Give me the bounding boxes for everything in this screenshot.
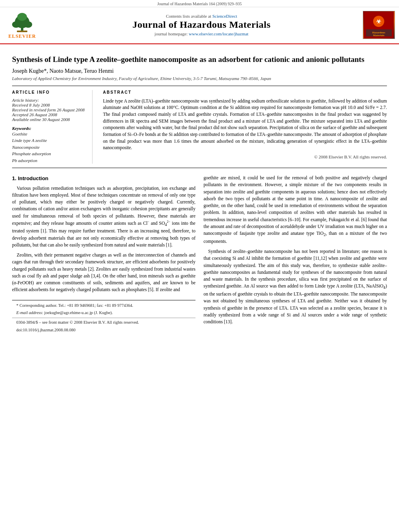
article-affiliation: Laboratory of Applied Chemistry for Envi… xyxy=(12,76,387,81)
text-column-right: goethite are mixed, it could be used for… xyxy=(204,175,387,335)
svg-point-3 xyxy=(24,21,32,28)
contents-available: Contents lists available at ScienceDirec… xyxy=(40,14,363,18)
abstract-heading: ABSTRACT xyxy=(103,90,387,94)
revised-date: Received in revised form 26 August 2008 xyxy=(12,107,86,112)
journal-top-bar: Journal of Hazardous Materials 164 (2009… xyxy=(0,0,399,7)
svg-rect-5 xyxy=(17,31,27,32)
sciencedirect-link[interactable]: ScienceDirect xyxy=(212,14,237,18)
journal-header: Journal of Hazardous Materials 164 (2009… xyxy=(0,0,399,44)
journal-cover-image: ☣ Hazardous Materials xyxy=(363,11,395,39)
svg-text:☣: ☣ xyxy=(376,18,381,25)
footnote-doi: doi:10.1016/j.jhazmat.2008.08.080 xyxy=(12,327,195,333)
elsevier-text: ELSEVIER xyxy=(8,33,36,39)
available-date: Available online 30 August 2008 xyxy=(12,117,86,122)
copyright-line: © 2008 Elsevier B.V. All rights reserved… xyxy=(103,154,387,159)
keywords-section: Keywords: Goethite Linde type A zeolite … xyxy=(12,126,86,164)
article-info-column: ARTICLE INFO Article history: Received 8… xyxy=(12,90,93,164)
footnote-issn: 0304-3894/$ – see front matter © 2008 El… xyxy=(12,320,195,326)
journal-name-center: Contents lists available at ScienceDirec… xyxy=(40,14,363,36)
accepted-date: Accepted 26 August 2008 xyxy=(12,112,86,117)
keyword-1: Goethite xyxy=(12,131,86,138)
main-text-columns: 1. Introduction Various pollution remedi… xyxy=(12,175,387,335)
keyword-3: Nanocomposite xyxy=(12,144,86,151)
history-label: Article history: xyxy=(12,98,86,103)
keyword-2: Linde type A zeolite xyxy=(12,137,86,144)
text-column-left: 1. Introduction Various pollution remedi… xyxy=(12,175,195,335)
keyword-5: Pb adsorption xyxy=(12,157,86,164)
footnote-email: E-mail address: joekugbe@agr.ehime-u.ac.… xyxy=(12,310,195,316)
keyword-4: Phosphate adsorption xyxy=(12,150,86,157)
svg-text:Materials: Materials xyxy=(373,34,385,37)
article-body: Synthesis of Linde type A zeolite–goethi… xyxy=(0,44,399,343)
article-authors: Joseph Kugbe*, Naoto Matsue, Teruo Henmi xyxy=(12,68,387,74)
article-info-abstract-columns: ARTICLE INFO Article history: Received 8… xyxy=(12,86,387,168)
article-info-heading: ARTICLE INFO xyxy=(12,90,86,94)
intro-col2-para-2: Synthesis of zeolite–goethite nanocompos… xyxy=(204,248,387,325)
journal-title: Journal of Hazardous Materials xyxy=(40,19,363,30)
footnote-area: * Corresponding author. Tel.: +81 89 946… xyxy=(12,300,195,333)
intro-col2-para-1: goethite are mixed, it could be used for… xyxy=(204,175,387,245)
keywords-label: Keywords: xyxy=(12,126,86,131)
intro-para-1: Various pollution remediation techniques… xyxy=(12,185,195,249)
abstract-text: Linde type A zeolite (LTA)–goethite nano… xyxy=(103,98,387,151)
journal-title-row: ELSEVIER Contents lists available at Sci… xyxy=(0,9,399,41)
article-history: Article history: Received 8 July 2008 Re… xyxy=(12,98,86,122)
section1-heading: 1. Introduction xyxy=(12,175,195,183)
intro-para-2: Zeolites, with their permanent negative … xyxy=(12,252,195,294)
elsevier-tree-icon xyxy=(8,10,36,33)
svg-point-2 xyxy=(12,21,20,28)
journal-homepage: journal homepage: www.elsevier.com/locat… xyxy=(40,31,363,36)
footnote-star: * Corresponding author. Tel.: +81 89 946… xyxy=(12,303,195,309)
journal-url[interactable]: www.elsevier.com/locate/jhazmat xyxy=(189,31,248,36)
abstract-column: ABSTRACT Linde type A zeolite (LTA)–goet… xyxy=(101,90,387,164)
article-title: Synthesis of Linde type A zeolite–goethi… xyxy=(12,55,387,65)
received-date: Received 8 July 2008 xyxy=(12,103,86,107)
svg-point-4 xyxy=(17,13,27,21)
elsevier-logo: ELSEVIER xyxy=(4,10,40,39)
journal-citation: Journal of Hazardous Materials 164 (2009… xyxy=(157,2,242,6)
cover-svg: ☣ Hazardous Materials xyxy=(364,11,394,39)
